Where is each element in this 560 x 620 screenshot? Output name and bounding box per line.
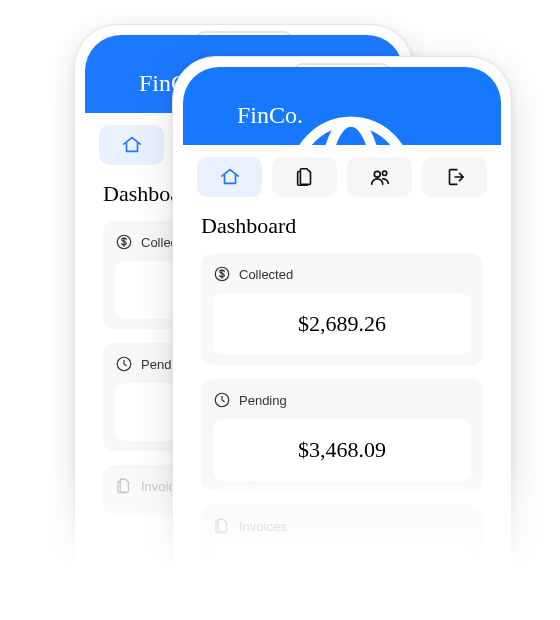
document-icon bbox=[213, 517, 231, 535]
exit-icon bbox=[444, 166, 466, 188]
card-label: Pending bbox=[239, 393, 287, 408]
document-icon bbox=[115, 477, 133, 495]
phone-mock-front: FinCo. Dashboard Collected $2,689.26 bbox=[172, 56, 512, 620]
card-collected: Collected $2,689.26 bbox=[201, 253, 483, 365]
brand-name: FinCo. bbox=[237, 102, 303, 129]
card-label: Invoices bbox=[239, 519, 287, 534]
tab-home[interactable] bbox=[99, 125, 164, 165]
tab-files[interactable] bbox=[272, 157, 337, 197]
dollar-icon bbox=[115, 233, 133, 251]
globe-icon bbox=[103, 71, 129, 97]
users-icon bbox=[369, 166, 391, 188]
card-invoices: Invoices bbox=[201, 505, 483, 613]
tab-users[interactable] bbox=[347, 157, 412, 197]
tab-logout[interactable] bbox=[422, 157, 487, 197]
card-value: $3,468.09 bbox=[213, 419, 471, 481]
card-value bbox=[213, 545, 471, 603]
brand-bar: FinCo. bbox=[183, 67, 501, 145]
card-pending: Pending $3,468.09 bbox=[201, 379, 483, 491]
tab-home[interactable] bbox=[197, 157, 262, 197]
document-icon bbox=[294, 166, 316, 188]
home-icon bbox=[121, 134, 143, 156]
globe-icon bbox=[201, 103, 227, 129]
home-icon bbox=[219, 166, 241, 188]
card-value: $2,689.26 bbox=[213, 293, 471, 355]
clock-icon bbox=[115, 355, 133, 373]
card-label: Collected bbox=[239, 267, 293, 282]
dollar-icon bbox=[213, 265, 231, 283]
clock-icon bbox=[213, 391, 231, 409]
